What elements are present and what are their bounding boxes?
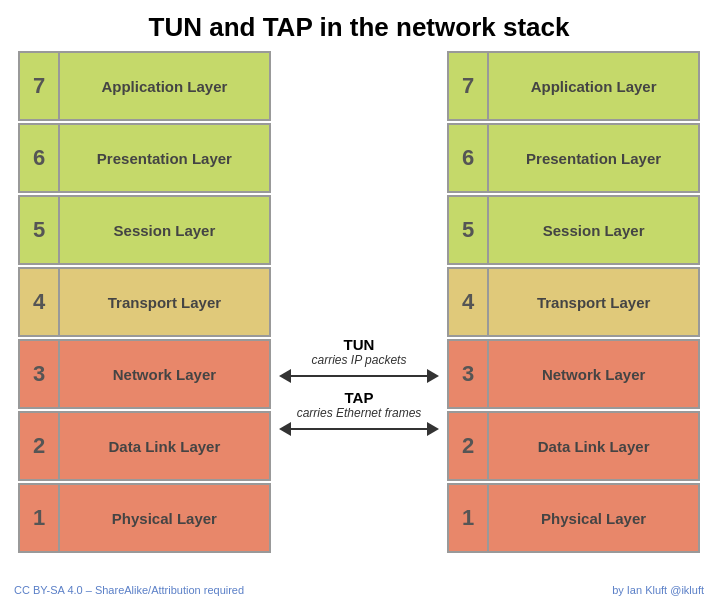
page-title: TUN and TAP in the network stack — [10, 0, 708, 51]
left-layer-name-2: Data Link Layer — [60, 413, 269, 479]
left-layer-5: 5 Session Layer — [18, 195, 271, 265]
right-layer-name-7: Application Layer — [489, 53, 698, 119]
tun-sublabel: carries IP packets — [312, 353, 407, 367]
right-stack: 7 Application Layer 6 Presentation Layer… — [447, 51, 700, 555]
left-layer-4: 4 Transport Layer — [18, 267, 271, 337]
right-layer-num-7: 7 — [449, 53, 489, 119]
tap-label: TAP — [345, 389, 374, 406]
left-layer-2: 2 Data Link Layer — [18, 411, 271, 481]
tap-arrow-shaft — [291, 428, 427, 430]
left-layer-name-6: Presentation Layer — [60, 125, 269, 191]
left-stack: 7 Application Layer 6 Presentation Layer… — [18, 51, 271, 555]
right-layer-name-1: Physical Layer — [489, 485, 698, 551]
left-layer-3: 3 Network Layer — [18, 339, 271, 409]
footer-left: CC BY-SA 4.0 – ShareAlike/Attribution re… — [14, 584, 244, 596]
tun-arrow — [279, 369, 439, 383]
right-layer-name-2: Data Link Layer — [489, 413, 698, 479]
tap-block: TAP carries Ethernet frames — [279, 389, 439, 436]
tap-arrow-right — [427, 422, 439, 436]
right-layer-2: 2 Data Link Layer — [447, 411, 700, 481]
right-layer-name-3: Network Layer — [489, 341, 698, 407]
right-layer-num-5: 5 — [449, 197, 489, 263]
right-layer-name-6: Presentation Layer — [489, 125, 698, 191]
tun-arrow-left — [279, 369, 291, 383]
left-layer-num-5: 5 — [20, 197, 60, 263]
middle-col: TUN carries IP packets TAP carries Ether… — [271, 51, 447, 436]
tun-block: TUN carries IP packets — [279, 336, 439, 383]
right-layer-3: 3 Network Layer — [447, 339, 700, 409]
right-layer-1: 1 Physical Layer — [447, 483, 700, 553]
right-layer-num-1: 1 — [449, 485, 489, 551]
right-layer-num-2: 2 — [449, 413, 489, 479]
tap-arrow-left — [279, 422, 291, 436]
left-layer-num-6: 6 — [20, 125, 60, 191]
left-layer-num-4: 4 — [20, 269, 60, 335]
tun-label: TUN — [344, 336, 375, 353]
footer: CC BY-SA 4.0 – ShareAlike/Attribution re… — [0, 584, 718, 596]
right-layer-4: 4 Transport Layer — [447, 267, 700, 337]
right-layer-num-4: 4 — [449, 269, 489, 335]
left-layer-name-4: Transport Layer — [60, 269, 269, 335]
left-layer-name-5: Session Layer — [60, 197, 269, 263]
left-layer-num-2: 2 — [20, 413, 60, 479]
right-layer-num-6: 6 — [449, 125, 489, 191]
left-layer-1: 1 Physical Layer — [18, 483, 271, 553]
left-layer-name-1: Physical Layer — [60, 485, 269, 551]
left-layer-7: 7 Application Layer — [18, 51, 271, 121]
tap-arrow — [279, 422, 439, 436]
tun-arrow-shaft — [291, 375, 427, 377]
right-layer-7: 7 Application Layer — [447, 51, 700, 121]
tun-arrow-right — [427, 369, 439, 383]
right-layer-name-5: Session Layer — [489, 197, 698, 263]
right-layer-5: 5 Session Layer — [447, 195, 700, 265]
footer-right: by Ian Kluft @ikluft — [612, 584, 704, 596]
right-layer-num-3: 3 — [449, 341, 489, 407]
left-layer-name-7: Application Layer — [60, 53, 269, 119]
right-layer-name-4: Transport Layer — [489, 269, 698, 335]
left-layer-num-3: 3 — [20, 341, 60, 407]
page: TUN and TAP in the network stack 7 Appli… — [0, 0, 718, 600]
left-layer-name-3: Network Layer — [60, 341, 269, 407]
stacks-wrapper: 7 Application Layer 6 Presentation Layer… — [10, 51, 708, 555]
right-layer-6: 6 Presentation Layer — [447, 123, 700, 193]
left-layer-num-7: 7 — [20, 53, 60, 119]
left-layer-num-1: 1 — [20, 485, 60, 551]
tap-sublabel: carries Ethernet frames — [297, 406, 422, 420]
left-layer-6: 6 Presentation Layer — [18, 123, 271, 193]
